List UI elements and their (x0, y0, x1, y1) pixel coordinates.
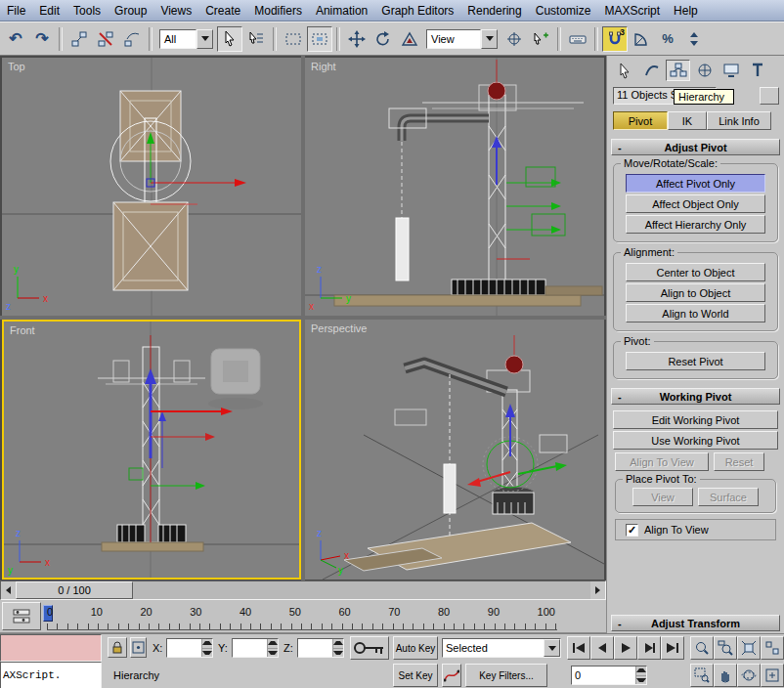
menu-rendering[interactable]: Rendering (460, 2, 528, 20)
maxscript-mini-listener[interactable]: AXScript. (0, 662, 102, 688)
select-by-name-icon[interactable] (243, 26, 269, 52)
dropdown-arrow-icon[interactable] (544, 639, 560, 657)
undo-icon[interactable]: ↶ (3, 26, 28, 52)
maximize-viewport-toggle-icon[interactable] (761, 664, 784, 687)
menu-tools[interactable]: Tools (66, 2, 108, 20)
viewport-right-canvas[interactable]: z y x (305, 58, 604, 316)
transform-gizmo[interactable] (492, 136, 565, 259)
tab-ik[interactable]: IK (668, 111, 707, 130)
time-slider-track[interactable] (133, 581, 590, 599)
rollout-adjust-pivot[interactable]: - Adjust Pivot (611, 139, 780, 155)
maxscript-macro-recorder-line[interactable] (0, 634, 102, 662)
percent-snap-icon[interactable]: % (655, 26, 680, 52)
go-to-end-button[interactable] (661, 636, 684, 660)
viewport-perspective-canvas[interactable]: z x y (305, 320, 604, 580)
time-slider-next-arrow[interactable] (590, 581, 605, 599)
use-pivot-center-icon[interactable] (501, 26, 527, 52)
auto-key-button[interactable]: Auto Key (393, 636, 438, 660)
tab-pivot[interactable]: Pivot (613, 111, 668, 130)
rollout-working-pivot[interactable]: - Working Pivot (611, 388, 780, 405)
align-to-world-button[interactable]: Align to World (626, 304, 765, 322)
next-frame-button[interactable] (637, 636, 661, 660)
viewport-top-label[interactable]: Top (8, 61, 25, 72)
pan-hand-icon[interactable] (714, 664, 737, 687)
key-filters-button[interactable]: Key Filters... (465, 664, 547, 687)
dropdown-arrow-icon[interactable] (196, 29, 213, 49)
menu-views[interactable]: Views (153, 2, 198, 20)
track-bar[interactable]: 0 10 20 30 40 50 60 70 80 90 100 (0, 600, 606, 633)
reset-pivot-button[interactable]: Reset Pivot (626, 352, 765, 370)
zoom-region-icon[interactable] (690, 664, 714, 687)
select-and-manipulate-icon[interactable] (528, 26, 553, 52)
time-slider-thumb[interactable]: 0 / 100 (16, 581, 133, 599)
menu-maxscript[interactable]: MAXScript (597, 2, 667, 20)
zoom-extents-icon[interactable] (737, 636, 761, 660)
frame-spinner[interactable] (635, 666, 646, 684)
tab-utilities-icon[interactable] (745, 60, 769, 81)
x-spinner[interactable] (201, 639, 212, 657)
z-coordinate-field[interactable] (297, 638, 344, 658)
align-to-object-button[interactable]: Align to Object (626, 283, 765, 302)
z-spinner[interactable] (332, 639, 343, 657)
spinner-snap-icon[interactable] (681, 26, 707, 52)
redo-icon[interactable]: ↷ (29, 26, 55, 52)
selection-lock-icon[interactable] (108, 637, 127, 658)
menu-customize[interactable]: Customize (529, 2, 598, 20)
menu-create[interactable]: Create (198, 2, 247, 20)
bind-to-space-warp-icon[interactable] (119, 26, 145, 52)
menu-graph-editors[interactable]: Graph Editors (374, 2, 460, 20)
menu-group[interactable]: Group (108, 2, 153, 20)
zoom-icon[interactable] (690, 636, 714, 660)
zoom-all-icon[interactable] (714, 636, 737, 660)
select-object-icon[interactable] (217, 26, 242, 52)
reset-button[interactable]: Reset (714, 452, 764, 471)
tab-create-icon[interactable] (613, 60, 637, 81)
window-crossing-icon[interactable] (307, 26, 332, 52)
edit-working-pivot-button[interactable]: Edit Working Pivot (613, 410, 778, 429)
checkbox-checked-icon[interactable]: ✓ (626, 524, 638, 537)
menu-file[interactable]: File (0, 2, 32, 20)
viewport-right[interactable]: Right (305, 58, 604, 316)
snaps-toggle-icon[interactable]: 3 (602, 26, 628, 52)
select-and-rotate-icon[interactable] (370, 26, 396, 52)
viewport-top[interactable]: Top (2, 58, 301, 316)
viewport-front-canvas[interactable]: z x y (4, 322, 299, 578)
mini-curve-editor-button[interactable] (2, 602, 41, 630)
angle-snap-icon[interactable] (629, 26, 654, 52)
affect-hierarchy-only-button[interactable]: Affect Hierarchy Only (626, 215, 765, 234)
menu-help[interactable]: Help (667, 2, 705, 20)
viewport-front-label[interactable]: Front (10, 324, 35, 336)
y-coordinate-field[interactable] (232, 638, 279, 658)
tab-display-icon[interactable] (719, 60, 743, 81)
absolute-offset-toggle-icon[interactable] (130, 637, 147, 658)
previous-frame-button[interactable] (590, 636, 614, 660)
menu-animation[interactable]: Animation (309, 2, 374, 20)
affect-object-only-button[interactable]: Affect Object Only (626, 194, 765, 213)
reference-coordinate-dropdown[interactable]: View (426, 29, 498, 49)
menu-modifiers[interactable]: Modifiers (247, 2, 309, 20)
unlink-selection-icon[interactable] (93, 26, 118, 52)
play-button[interactable] (614, 636, 637, 660)
affect-pivot-only-button[interactable]: Affect Pivot Only (626, 174, 765, 193)
dropdown-arrow-icon[interactable] (481, 29, 498, 49)
default-tangent-curve-icon[interactable] (442, 664, 461, 687)
use-working-pivot-button[interactable]: Use Working Pivot (613, 431, 778, 450)
place-surface-button[interactable]: Surface (698, 488, 759, 506)
select-and-link-icon[interactable] (66, 26, 92, 52)
arc-rotate-icon[interactable] (737, 664, 761, 687)
center-to-object-button[interactable]: Center to Object (626, 263, 765, 281)
rectangular-selection-region-icon[interactable] (281, 26, 306, 52)
menu-edit[interactable]: Edit (32, 2, 66, 20)
time-slider-prev-arrow[interactable] (1, 581, 16, 599)
viewport-perspective[interactable]: Perspective (305, 320, 604, 580)
current-frame-field[interactable]: 0 (571, 666, 647, 685)
panel-config-button[interactable] (760, 87, 779, 105)
place-view-button[interactable]: View (632, 488, 693, 506)
viewport-front[interactable]: Front (2, 320, 301, 580)
zoom-extents-all-icon[interactable] (761, 636, 784, 660)
y-spinner[interactable] (267, 639, 278, 657)
selection-filter-dropdown[interactable]: All (159, 29, 213, 49)
select-and-move-icon[interactable] (344, 26, 370, 52)
select-and-scale-icon[interactable] (397, 26, 422, 52)
tab-modify-icon[interactable] (639, 60, 664, 81)
